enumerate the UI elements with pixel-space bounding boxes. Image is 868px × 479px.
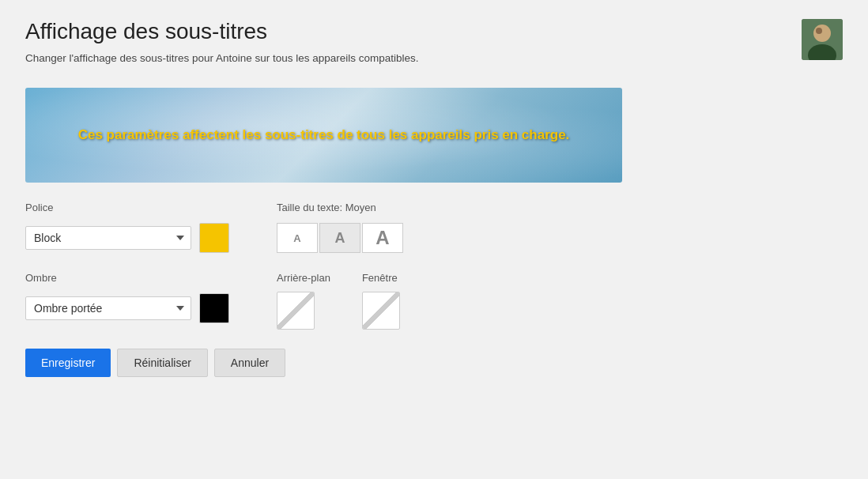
window-color-swatch[interactable] [362, 292, 400, 330]
size-small-button[interactable]: A [277, 223, 318, 253]
preview-text: Ces paramètres affectent les sous-titres… [47, 125, 602, 145]
shadow-label: Ombre [25, 272, 229, 284]
svg-point-1 [813, 25, 831, 42]
background-label: Arrière-plan [277, 272, 330, 284]
size-large-button[interactable]: A [362, 223, 403, 253]
page-title: Affichage des sous-titres [25, 19, 419, 44]
font-color-swatch[interactable] [199, 223, 229, 253]
reset-button[interactable]: Réinitialiser [117, 349, 207, 377]
text-size-label: Taille du texte: Moyen [277, 202, 403, 213]
background-color-swatch[interactable] [277, 292, 315, 330]
svg-point-3 [816, 28, 822, 34]
shadow-color-swatch[interactable] [199, 293, 229, 323]
shadow-select[interactable]: Ombre portée Aucune Surélevée Uniforme [25, 296, 191, 320]
action-buttons: Enregistrer Réinitialiser Annuler [25, 349, 843, 377]
font-select[interactable]: Block Arial Times New Roman Courier New [25, 226, 191, 250]
font-label: Police [25, 202, 229, 213]
page-description: Changer l'affichage des sous-titres pour… [25, 52, 419, 64]
text-size-group: A A A [277, 223, 403, 253]
cancel-button[interactable]: Annuler [214, 349, 285, 377]
preview-box: Ces paramètres affectent les sous-titres… [25, 88, 622, 183]
size-medium-button[interactable]: A [319, 223, 360, 253]
save-button[interactable]: Enregistrer [25, 349, 111, 377]
window-label: Fenêtre [362, 272, 400, 284]
avatar [802, 19, 843, 60]
